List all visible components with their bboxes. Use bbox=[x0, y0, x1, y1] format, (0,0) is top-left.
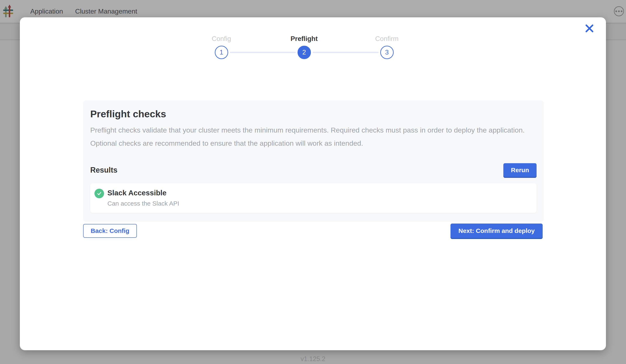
step-config[interactable]: Config 1 bbox=[180, 34, 263, 59]
back-button[interactable]: Back: Config bbox=[83, 224, 137, 238]
step-preflight[interactable]: Preflight 2 bbox=[263, 34, 346, 59]
result-text: Slack Accessible Can access the Slack AP… bbox=[107, 188, 179, 207]
rerun-button[interactable]: Rerun bbox=[503, 163, 537, 177]
stepper-connector bbox=[230, 52, 296, 53]
step-circle: 3 bbox=[380, 46, 394, 59]
panel-description: Preflight checks validate that your clus… bbox=[90, 124, 537, 150]
panel-title: Preflight checks bbox=[90, 108, 537, 119]
results-title: Results bbox=[90, 166, 117, 174]
step-confirm[interactable]: Confirm 3 bbox=[346, 34, 428, 59]
step-label: Confirm bbox=[375, 34, 398, 43]
step-circle: 1 bbox=[215, 46, 228, 59]
stepper: Config 1 Preflight 2 Confirm 3 bbox=[180, 34, 428, 59]
stepper-connector bbox=[313, 52, 379, 53]
preflight-result-row: Slack Accessible Can access the Slack AP… bbox=[90, 183, 537, 213]
result-detail: Can access the Slack API bbox=[107, 200, 179, 207]
preflight-modal: Config 1 Preflight 2 Confirm 3 Preflight… bbox=[20, 17, 606, 350]
next-button[interactable]: Next: Confirm and deploy bbox=[450, 224, 543, 238]
step-label: Preflight bbox=[291, 34, 318, 43]
result-title: Slack Accessible bbox=[107, 188, 179, 198]
check-icon bbox=[94, 189, 104, 198]
close-icon[interactable] bbox=[585, 24, 594, 33]
step-circle: 2 bbox=[298, 46, 311, 59]
results-header: Results Rerun bbox=[90, 163, 537, 177]
step-label: Config bbox=[212, 34, 231, 43]
preflight-panel: Preflight checks Preflight checks valida… bbox=[83, 100, 544, 222]
